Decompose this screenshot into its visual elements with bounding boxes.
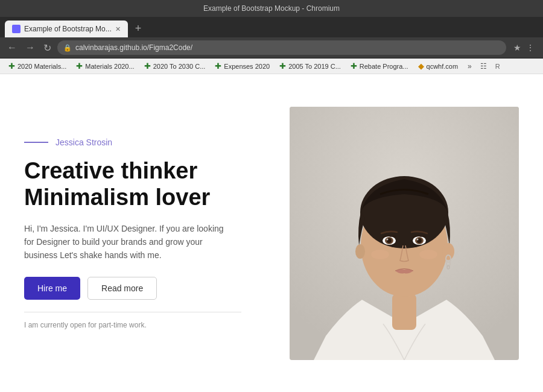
browser-chrome: Example of Bootstrap Mo... ✕ + ← → ↻ 🔒 c… <box>0 17 543 58</box>
svg-point-17 <box>355 244 365 259</box>
page-content: Jessica Strosin Creative thinker Minimal… <box>0 74 543 392</box>
browser-actions: ★ ⋮ <box>510 43 538 52</box>
lock-icon: 🔒 <box>63 44 72 52</box>
reload-button[interactable]: ↻ <box>41 41 54 55</box>
bookmark-label-3: 2020 To 2030 C... <box>153 63 206 70</box>
bookmark-label-2: Materials 2020... <box>85 63 134 70</box>
bookmark-icon-4: ✚ <box>215 62 221 71</box>
tab-bar: Example of Bootstrap Mo... ✕ + <box>0 17 543 37</box>
address-text: calvinbarajas.github.io/Figma2Code/ <box>75 43 192 52</box>
bookmark-icon-3: ✚ <box>144 62 151 71</box>
author-name: Jessica Strosin <box>56 138 112 147</box>
title-bar: Example of Bootstrap Mockup - Chromium <box>0 0 543 17</box>
bookmark-label-6: Rebate Progra... <box>360 63 408 70</box>
bookmark-icon-5: ✚ <box>279 62 286 71</box>
bookmarks-extra: R <box>493 62 503 71</box>
bookmark-item[interactable]: ✚ 2005 To 2019 C... <box>276 60 345 72</box>
forward-button[interactable]: → <box>23 41 37 54</box>
address-bar-row: ← → ↻ 🔒 calvinbarajas.github.io/Figma2Co… <box>0 37 543 58</box>
section-divider <box>24 312 241 312</box>
main-heading: Creative thinker Minimalism lover <box>24 158 265 210</box>
new-tab-button[interactable]: + <box>130 20 147 37</box>
svg-point-18 <box>371 250 389 259</box>
tab-close-button[interactable]: ✕ <box>115 25 121 33</box>
bookmark-item[interactable]: ✚ Rebate Progra... <box>347 60 412 72</box>
bookmark-item[interactable]: ✚ Expenses 2020 <box>211 60 273 72</box>
bookmark-item[interactable]: ✚ Materials 2020... <box>72 60 138 72</box>
menu-button[interactable]: ⋮ <box>526 43 535 52</box>
bookmark-star-button[interactable]: ★ <box>513 43 521 52</box>
bookmark-item[interactable]: ✚ 2020 To 2030 C... <box>141 60 209 72</box>
bookmarks-more-button[interactable]: » <box>465 61 474 72</box>
bookmark-label-7: qcwhf.com <box>427 63 459 70</box>
tab-favicon <box>12 25 21 33</box>
bookmark-item[interactable]: ✚ 2020 Materials... <box>5 60 70 72</box>
hero-portrait <box>290 107 519 360</box>
back-button[interactable]: ← <box>5 41 19 54</box>
svg-point-13 <box>442 243 454 260</box>
bookmark-icon-2: ✚ <box>76 62 83 71</box>
bookmark-item[interactable]: ◆ qcwhf.com <box>414 60 462 72</box>
bookmarks-bar: ✚ 2020 Materials... ✚ Materials 2020... … <box>0 58 543 74</box>
author-line-bar <box>24 142 48 143</box>
svg-point-19 <box>419 250 437 259</box>
hire-me-button[interactable]: Hire me <box>24 277 80 300</box>
heading-line-1: Creative thinker <box>24 158 197 183</box>
bookmark-label-5: 2005 To 2019 C... <box>288 63 341 70</box>
author-line: Jessica Strosin <box>24 138 265 147</box>
hero-left: Jessica Strosin Creative thinker Minimal… <box>24 138 265 329</box>
tab-label: Example of Bootstrap Mo... <box>24 25 112 33</box>
button-group: Hire me Read more <box>24 277 265 300</box>
window-title: Example of Bootstrap Mockup - Chromium <box>203 4 340 13</box>
svg-rect-2 <box>392 294 416 330</box>
portrait-image <box>290 107 519 360</box>
bookmark-icon-1: ✚ <box>8 62 15 71</box>
availability-text: I am currently open for part-time work. <box>24 321 265 329</box>
bookmark-icon-7: ◆ <box>418 62 424 71</box>
portrait-svg <box>290 107 519 360</box>
bookmarks-apps-button[interactable]: ☷ <box>478 61 489 72</box>
svg-point-8 <box>387 239 389 241</box>
bookmark-icon-6: ✚ <box>351 62 357 71</box>
hero-description: Hi, I'm Jessica. I'm UI/UX Designer. If … <box>24 222 229 262</box>
read-more-button[interactable]: Read more <box>87 277 157 300</box>
heading-line-2: Minimalism lover <box>24 185 210 210</box>
address-bar[interactable]: 🔒 calvinbarajas.github.io/Figma2Code/ <box>57 40 506 55</box>
active-tab[interactable]: Example of Bootstrap Mo... ✕ <box>5 21 128 37</box>
svg-point-12 <box>417 239 419 241</box>
bookmark-label-1: 2020 Materials... <box>17 63 66 70</box>
bookmark-label-4: Expenses 2020 <box>224 63 270 70</box>
